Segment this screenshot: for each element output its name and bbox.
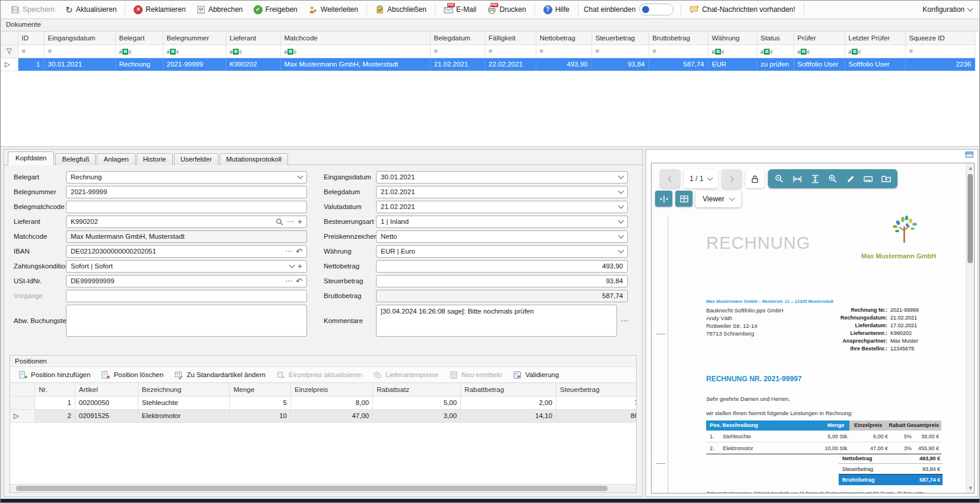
annotate-pen-button[interactable]	[843, 171, 858, 186]
pcol-artikel[interactable]: Artikel	[75, 383, 138, 396]
col-waehrung[interactable]: Währung	[708, 31, 757, 45]
besteuerungsart-select[interactable]: 1 | Inland	[376, 216, 628, 228]
pcol-bezeichnung[interactable]: Bezeichnung	[138, 383, 229, 396]
add-icon[interactable]: +	[298, 262, 302, 270]
filter-cell[interactable]: =	[592, 45, 649, 58]
viewer-vertical-scrollbar[interactable]: ▲ ▼	[966, 163, 974, 493]
add-position-button[interactable]: Position hinzufügen	[14, 368, 95, 382]
next-page-button[interactable]	[722, 169, 742, 188]
pcol-rabattbetrag[interactable]: Rabattbetrag	[461, 383, 557, 396]
position-row[interactable]: ▷ 2 02091525 Elektromotor 10 47,00 3,00 …	[10, 409, 636, 422]
undock-window-icon[interactable]	[965, 151, 974, 159]
stamp-button[interactable]	[861, 171, 876, 186]
col-bruttobetrag[interactable]: Bruttobetrag	[649, 31, 708, 45]
pcol-menge[interactable]: Menge	[230, 383, 291, 396]
valutadatum-select[interactable]: 21.02.2021	[376, 201, 628, 213]
col-belegdatum[interactable]: Belegdatum	[430, 31, 485, 45]
zoom-in-button[interactable]	[825, 171, 840, 186]
lock-button[interactable]	[745, 169, 764, 188]
scroll-down-icon[interactable]: ▼	[966, 485, 975, 491]
ellipsis-icon[interactable]: ⋯	[285, 248, 292, 255]
fit-width-button[interactable]	[789, 171, 805, 186]
forward-button[interactable]: Weiterleiten	[303, 2, 363, 17]
undo-icon[interactable]: ↶	[296, 277, 302, 285]
position-row[interactable]: 1 00200050 Stehleuchte 5 8,00 5,00 2,00 …	[10, 396, 636, 409]
zoom-out-button[interactable]	[772, 171, 787, 186]
eingangsdatum-select[interactable]: 30.01.2021	[376, 171, 628, 184]
col-eingangsdatum[interactable]: Eingangsdatum	[44, 31, 115, 45]
belegnummer-input[interactable]: 2021-99999	[66, 186, 307, 198]
supplier-prices-button[interactable]: Lieferantenpreise	[368, 368, 443, 382]
ustidnr-input[interactable]: DE999999999 ⋯ ↶	[66, 275, 307, 287]
save-button[interactable]: Speichern	[5, 2, 60, 17]
waehrung-select[interactable]: EUR | Euro	[376, 245, 628, 258]
configuration-menu[interactable]: Konfiguration	[922, 5, 975, 14]
tab-kopfdaten[interactable]: Kopfdaten	[8, 151, 54, 165]
delete-position-button[interactable]: Position löschen	[96, 368, 168, 382]
belegart-select[interactable]: Rechnung	[66, 171, 307, 184]
col-squeeze-id[interactable]: Squeeze ID	[905, 31, 975, 45]
tab-userfelder[interactable]: Userfelder	[174, 153, 219, 165]
tab-mutationsprotokoll[interactable]: Mutationsprotokoll	[220, 153, 288, 165]
change-standard-article-button[interactable]: Zu Standardartikel ändern	[169, 368, 270, 382]
col-letzter-pruefer[interactable]: Letzter Prüfer	[845, 31, 905, 45]
filter-cell[interactable]: =	[905, 45, 975, 58]
refresh-button[interactable]: ↻ Aktualisieren	[60, 2, 122, 17]
tab-belegfuss[interactable]: Belegfuß	[55, 153, 96, 165]
ellipsis-icon[interactable]: ⋯	[285, 277, 292, 284]
col-belegart[interactable]: Belegart	[115, 31, 163, 45]
page-indicator-dropdown[interactable]: 1 / 1	[684, 169, 718, 188]
fit-height-button[interactable]	[807, 171, 823, 186]
search-icon[interactable]	[276, 218, 283, 226]
scroll-up-icon[interactable]: ▲	[966, 165, 975, 171]
pcol-rabattsatz[interactable]: Rabattsatz	[373, 383, 461, 396]
previous-page-button[interactable]	[660, 169, 680, 188]
nettobetrag-input[interactable]: 493,90	[376, 260, 628, 273]
col-steuerbetrag[interactable]: Steuerbetrag	[592, 31, 649, 45]
add-icon[interactable]: +	[298, 217, 302, 226]
pcol-nr[interactable]: Nr.	[35, 383, 75, 396]
filter-cell[interactable]: =	[649, 45, 708, 58]
lieferant-input[interactable]: K990202 ⋯ +	[66, 216, 307, 228]
finish-button[interactable]: Abschließen	[370, 2, 432, 17]
email-button[interactable]: PDF E-Mail	[438, 2, 482, 17]
chat-toggle[interactable]	[639, 4, 674, 15]
ellipsis-icon[interactable]: ⋯	[621, 317, 628, 325]
scrollbar-thumb[interactable]	[16, 486, 608, 491]
approve-button[interactable]: ✓ Freigeben	[248, 2, 303, 17]
filter-cell[interactable]: =	[485, 45, 536, 58]
belegdatum-select[interactable]: 21.02.2021	[376, 186, 628, 198]
scrollbar-thumb[interactable]	[968, 174, 973, 263]
recalculate-button[interactable]: Neu ermitteln	[444, 368, 507, 382]
page-width-button[interactable]	[655, 191, 672, 207]
complain-button[interactable]: × Reklamieren	[128, 2, 191, 17]
abw-buchungstext-textarea[interactable]	[66, 305, 307, 337]
zahlungskondition-select[interactable]: Sofort | Sofort +	[66, 260, 307, 273]
update-unit-price-button[interactable]: Einzelpreis aktualisieren	[271, 368, 367, 382]
filter-cell[interactable]: aBc	[757, 45, 794, 58]
col-lieferant[interactable]: Lieferant	[226, 31, 280, 45]
tab-historie[interactable]: Historie	[137, 153, 173, 165]
validation-button[interactable]: Validierung	[508, 368, 564, 382]
col-nettobetrag[interactable]: Nettobetrag	[536, 31, 592, 45]
col-belegnummer[interactable]: Belegnummer	[163, 31, 226, 45]
belegmatchcode-input[interactable]	[66, 201, 307, 213]
steuerbetrag-input[interactable]: 93,84	[376, 275, 628, 287]
pcol-steuerbetrag[interactable]: Steuerbetrag	[556, 383, 636, 396]
filter-cell[interactable]: =	[18, 45, 44, 58]
filter-cell[interactable]: aBc	[845, 45, 905, 58]
filter-cell[interactable]: aBc	[115, 45, 163, 58]
col-matchcode[interactable]: Matchcode	[280, 31, 430, 45]
kommentare-textarea[interactable]: [30.04.2024 16:26:08 sage]: Bitte nochma…	[376, 305, 617, 337]
cancel-button[interactable]: Abbrechen	[191, 2, 248, 17]
tab-anlagen[interactable]: Anlagen	[97, 153, 135, 165]
print-button[interactable]: PDF Drucken	[482, 2, 532, 17]
filter-cell[interactable]: =	[44, 45, 115, 58]
filter-cell[interactable]: aBc	[280, 45, 430, 58]
table-view-button[interactable]	[675, 191, 693, 207]
save-to-folder-button[interactable]	[878, 171, 894, 186]
positions-horizontal-scrollbar[interactable]	[10, 484, 636, 492]
viewer-mode-dropdown[interactable]: Viewer	[696, 191, 741, 207]
ellipsis-icon[interactable]: ⋯	[287, 218, 294, 225]
iban-input[interactable]: DE02120300000000202051 ⋯ ↶	[66, 245, 307, 258]
